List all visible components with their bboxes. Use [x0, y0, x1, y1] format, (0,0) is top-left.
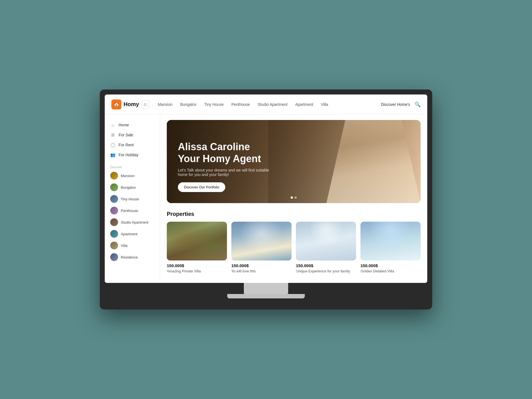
sidebar-discover-section: Mansion Bungalov Tiny House Penthouse St…: [105, 170, 160, 263]
sidebar-nav-section: ⌂ Home ⊞ For Sale ◯ For Rent 👥 For Holid…: [105, 120, 160, 160]
discover-label-residence: Residence: [121, 255, 138, 259]
properties-title: Properties: [167, 211, 421, 217]
discover-item-mansion[interactable]: Mansion: [105, 170, 160, 181]
hero-person-area: [268, 120, 421, 203]
forsale-icon: ⊞: [110, 132, 115, 137]
sidebar: ⌂ Home ⊞ For Sale ◯ For Rent 👥 For Holid…: [105, 114, 160, 283]
nav-link-villa[interactable]: Villa: [321, 102, 328, 107]
discover-label-mansion: Mansion: [121, 174, 134, 178]
home-icon: ⌂: [110, 122, 115, 127]
hero-content: Alissa Caroline Your Homy Agent Let's Ta…: [167, 130, 283, 203]
discover-label-bungalov: Bungalov: [121, 185, 136, 190]
hero-dots: [291, 196, 297, 199]
monitor-stand: [105, 283, 427, 298]
sidebar-item-forsale[interactable]: ⊞ For Sale: [105, 130, 160, 140]
discover-thumb-mansion: [110, 172, 118, 180]
property-name-2: Unique Experience for your family: [296, 269, 356, 273]
discover-label-villa: Villa: [121, 244, 127, 248]
discover-thumb-villa: [110, 242, 118, 249]
nav-link-tinyhouse[interactable]: Tiny House: [204, 102, 224, 107]
cta-button[interactable]: Discover Our Portfolio: [178, 182, 225, 192]
discover-label-apartment: Apartment: [121, 232, 137, 236]
hero-title: Alissa Caroline Your Homy Agent: [178, 141, 272, 165]
property-image-1: [231, 222, 291, 260]
discover-item-penthouse[interactable]: Penthouse: [105, 205, 160, 216]
properties-section: Properties 150.000$ Amazing Private Vill…: [167, 211, 421, 273]
logo-text: Homy: [124, 101, 139, 108]
sidebar-label-forrent: For Rent: [119, 143, 134, 147]
property-name-1: Yo will love this: [231, 269, 291, 273]
sidebar-label-forsale: For Sale: [119, 133, 133, 137]
discover-label-penthouse: Penthouse: [121, 209, 138, 213]
nav-right: Discover Home's 🔍: [381, 101, 421, 108]
person-image: [326, 120, 421, 203]
forholiday-icon: 👥: [110, 152, 115, 157]
logo-area: 🏠 Homy ⊡: [111, 99, 149, 109]
discover-item-villa[interactable]: Villa: [105, 240, 160, 251]
logo-icon: 🏠: [111, 99, 121, 109]
nav-link-penthouse[interactable]: Penthouse: [231, 102, 250, 107]
nav-link-bungalov[interactable]: Bungalov: [180, 102, 196, 107]
discover-item-studioapt[interactable]: Studio Apartment: [105, 216, 160, 228]
property-card-3[interactable]: 150.000$ Golden Detailed Villa: [360, 222, 421, 273]
stand-neck: [244, 283, 288, 294]
hero-subtitle: Let's Talk about your dreams and we will…: [178, 168, 272, 177]
property-image-0: [167, 222, 227, 260]
discover-item-apartment[interactable]: Apartment: [105, 228, 160, 240]
discover-item-tinyhouse[interactable]: Tiny House: [105, 193, 160, 205]
property-name-0: Amazing Private Villa: [167, 269, 227, 273]
discover-homes-link[interactable]: Discover Home's: [381, 102, 410, 107]
property-image-3: [360, 222, 421, 260]
discover-thumb-studioapt: [110, 218, 118, 226]
discover-thumb-residence: [110, 253, 118, 261]
stand-base: [227, 294, 305, 298]
nav-links: MansionBungalovTiny HousePenthouseStudio…: [158, 102, 381, 107]
discover-thumb-penthouse: [110, 207, 118, 214]
dot-1[interactable]: [291, 196, 293, 199]
property-image-2: [296, 222, 356, 260]
properties-grid: 150.000$ Amazing Private Villa 150.000$ …: [167, 222, 421, 273]
discover-thumb-bungalov: [110, 183, 118, 191]
nav-link-studioapt[interactable]: Studio Apartment: [258, 102, 287, 107]
property-card-2[interactable]: 150.000$ Unique Experience for your fami…: [296, 222, 356, 273]
discover-item-bungalov[interactable]: Bungalov: [105, 181, 160, 193]
discover-label-tinyhouse: Tiny House: [121, 197, 139, 201]
main-content: Alissa Caroline Your Homy Agent Let's Ta…: [160, 114, 427, 283]
property-price-1: 150.000$: [231, 263, 291, 268]
property-card-0[interactable]: 150.000$ Amazing Private Villa: [167, 222, 227, 273]
discover-thumb-apartment: [110, 230, 118, 238]
dot-2[interactable]: [295, 196, 297, 199]
property-price-2: 150.000$: [296, 263, 356, 268]
sidebar-item-forrent[interactable]: ◯ For Rent: [105, 140, 160, 150]
top-navigation: 🏠 Homy ⊡ MansionBungalovTiny HousePentho…: [105, 94, 427, 114]
sidebar-label-home: Home: [119, 123, 129, 127]
sidebar-item-forholiday[interactable]: 👥 For Holiday: [105, 150, 160, 160]
sidebar-item-home[interactable]: ⌂ Home: [105, 120, 160, 130]
discover-item-residence[interactable]: Residence: [105, 251, 160, 263]
expand-icon[interactable]: ⊡: [141, 101, 149, 108]
nav-link-mansion[interactable]: Mansion: [158, 102, 173, 107]
property-price-0: 150.000$: [167, 263, 227, 268]
hero-banner: Alissa Caroline Your Homy Agent Let's Ta…: [167, 120, 421, 203]
property-name-3: Golden Detailed Villa: [360, 269, 421, 273]
search-icon[interactable]: 🔍: [415, 101, 421, 108]
discover-thumb-tinyhouse: [110, 195, 118, 203]
property-card-1[interactable]: 150.000$ Yo will love this: [231, 222, 291, 273]
discover-label-studioapt: Studio Apartment: [121, 220, 149, 224]
discover-label: Discover: [105, 162, 160, 170]
property-price-3: 150.000$: [360, 263, 421, 268]
sidebar-label-forholiday: For Holiday: [119, 153, 139, 157]
nav-link-apartment[interactable]: Apartment: [295, 102, 313, 107]
forrent-icon: ◯: [110, 142, 115, 147]
